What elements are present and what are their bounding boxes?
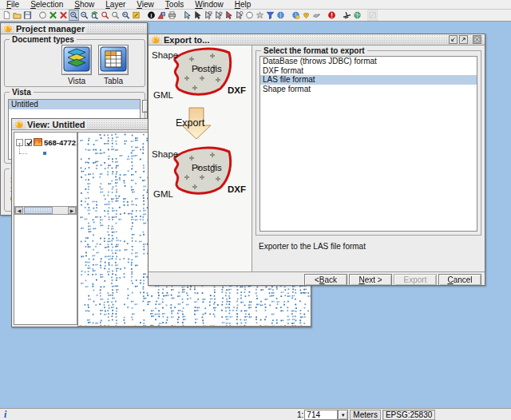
- project-manager-titlebar[interactable]: Project manager: [1, 23, 147, 34]
- next-button[interactable]: Next >: [349, 274, 392, 286]
- web-globe-icon[interactable]: [291, 10, 301, 21]
- format-list-item[interactable]: DataBase (throws JDBC) format: [260, 57, 477, 66]
- vista-new-button-clipped[interactable]: [142, 100, 148, 113]
- zoom-previous-icon[interactable]: [121, 10, 131, 21]
- error-log-icon[interactable]: [327, 10, 337, 21]
- zoom-in-icon[interactable]: [69, 10, 79, 21]
- export-dialog-title: Export to...: [162, 35, 211, 45]
- export-diagram: ShapePostgisDXFGML Export ShapePostgisDX…: [149, 46, 251, 269]
- filter-icon[interactable]: [265, 10, 275, 21]
- layer-row[interactable]: - 568-4772.las: [16, 135, 77, 149]
- zoom-extents-icon[interactable]: [48, 10, 58, 21]
- zoom-gray-icon[interactable]: [110, 10, 121, 21]
- menu-view[interactable]: View: [133, 0, 158, 9]
- gvsig-logo-icon: [15, 118, 23, 132]
- select-polygon-icon[interactable]: [213, 10, 224, 21]
- zoom-manager-icon[interactable]: [131, 10, 141, 21]
- layer-checkbox[interactable]: [25, 139, 32, 146]
- maximize-icon[interactable]: [459, 35, 468, 44]
- open-project-icon[interactable]: [12, 10, 22, 21]
- scroll-thumb[interactable]: [24, 207, 53, 214]
- scale-input[interactable]: 714: [304, 410, 338, 420]
- locator-icon[interactable]: [275, 10, 286, 21]
- view-list-item[interactable]: Untitled: [9, 100, 140, 109]
- select-pointer-icon[interactable]: [182, 10, 192, 21]
- menu-file[interactable]: File: [2, 0, 23, 9]
- close-icon[interactable]: [473, 35, 481, 44]
- zoom-selection-extents-icon[interactable]: [58, 10, 69, 21]
- vista-label: Vista: [61, 77, 92, 85]
- zoom-out-icon[interactable]: [79, 10, 89, 21]
- cancel-button[interactable]: Cancel: [438, 274, 481, 286]
- select-circle-icon[interactable]: [234, 10, 244, 21]
- zoom-layer-icon[interactable]: [89, 10, 100, 21]
- projection-button[interactable]: EPSG:25830: [382, 410, 435, 420]
- select-shape-icon[interactable]: [255, 10, 265, 21]
- svg-text:DXF: DXF: [228, 184, 246, 194]
- export-diagram-panel: ShapePostgisDXFGML Export ShapePostgisDX…: [149, 46, 252, 271]
- point-legend-symbol: [43, 152, 46, 155]
- info-icon[interactable]: i: [146, 10, 156, 21]
- info-status-icon: i: [4, 409, 6, 420]
- export-dialog: Export to...: [148, 34, 485, 286]
- svg-text:Shape: Shape: [152, 50, 178, 60]
- svg-text:GML: GML: [153, 90, 174, 100]
- vista-group-title: Vista: [10, 88, 34, 97]
- menu-show[interactable]: Show: [70, 0, 98, 9]
- select-buffer-icon[interactable]: [244, 10, 255, 21]
- export-button: Export: [394, 274, 437, 286]
- menu-window[interactable]: Window: [191, 0, 228, 9]
- svg-text:Postgis: Postgis: [192, 163, 222, 172]
- wizard-button-bar: < BackNext >ExportCancel: [149, 271, 485, 286]
- tree-line: [19, 153, 27, 154]
- svg-text:GML: GML: [153, 189, 174, 199]
- select-layer-icon[interactable]: [224, 10, 234, 21]
- svg-text:DXF: DXF: [228, 85, 246, 95]
- pointer-icon[interactable]: [192, 10, 203, 21]
- document-type-tabla: Tabla: [98, 45, 129, 85]
- bird-tool-icon[interactable]: [311, 10, 322, 21]
- format-list-item[interactable]: Shape format: [260, 85, 477, 94]
- menu-help[interactable]: Help: [231, 0, 256, 9]
- svg-text:i: i: [151, 13, 153, 18]
- format-list-item[interactable]: DXF format: [260, 66, 477, 76]
- fly-tool-icon[interactable]: [342, 10, 352, 21]
- toc-hscrollbar[interactable]: ◀ ▶: [14, 206, 77, 215]
- menu-selection[interactable]: Selection: [26, 0, 67, 9]
- scale-prefix: 1:: [297, 410, 303, 419]
- format-group-title: Select the format to export: [261, 46, 367, 55]
- format-list-item[interactable]: LAS file format: [260, 75, 477, 85]
- toolbar: i: [0, 10, 511, 22]
- layer-name: 568-4772.las: [44, 138, 77, 147]
- moth-tool-icon[interactable]: [301, 10, 311, 21]
- status-bar: i 1: 714 ▼ Meters EPSG:25830: [0, 408, 511, 420]
- export-format-panel: Select the format to export DataBase (th…: [252, 46, 485, 271]
- export-dialog-titlebar[interactable]: Export to...: [149, 34, 485, 46]
- menu-layer[interactable]: Layer: [101, 0, 129, 9]
- measure-area-icon[interactable]: [156, 10, 167, 21]
- unit-label[interactable]: Meters: [350, 410, 381, 420]
- pan-icon[interactable]: [38, 10, 48, 21]
- document-type-vista: Vista: [61, 45, 92, 85]
- select-rectangle-icon[interactable]: [203, 10, 213, 21]
- print-icon[interactable]: [167, 10, 177, 21]
- world-tool-icon[interactable]: [352, 10, 362, 21]
- layer-tree-panel: - 568-4772.las ◀ ▶: [14, 132, 77, 325]
- scroll-left-arrow[interactable]: ◀: [15, 207, 23, 214]
- back-button[interactable]: < Back: [304, 274, 347, 286]
- export-arrow-label: Export: [176, 117, 205, 129]
- save-project-icon[interactable]: [22, 10, 33, 21]
- minimize-icon[interactable]: [449, 35, 458, 44]
- format-list[interactable]: DataBase (throws JDBC) formatDXF formatL…: [259, 56, 477, 232]
- menu-tools[interactable]: Tools: [161, 0, 188, 9]
- edit-tool-disabled-icon: [367, 10, 378, 21]
- zoom-red-icon[interactable]: [100, 10, 110, 21]
- new-document-icon[interactable]: [2, 10, 12, 21]
- gvsig-logo-icon: [4, 22, 12, 36]
- tabla-button[interactable]: [98, 45, 129, 75]
- view-title: View: Untitled: [26, 120, 87, 129]
- svg-text:Shape: Shape: [152, 149, 178, 159]
- scale-dropdown-icon[interactable]: ▼: [338, 410, 348, 420]
- vista-button[interactable]: [61, 45, 92, 75]
- scroll-right-arrow[interactable]: ▶: [68, 207, 76, 214]
